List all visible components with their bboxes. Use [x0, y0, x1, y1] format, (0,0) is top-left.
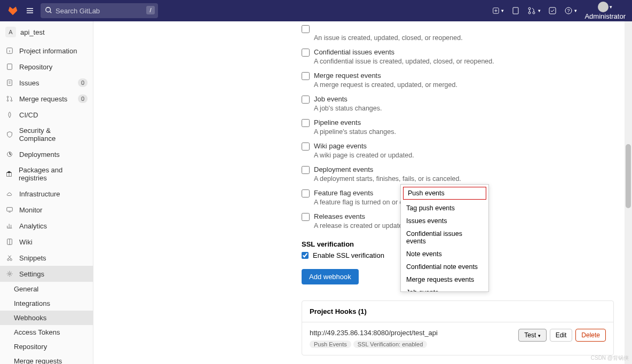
trigger-desc: A wiki page is created or updated.	[314, 152, 614, 159]
trigger-checkbox[interactable]	[302, 72, 310, 80]
svg-rect-17	[7, 208, 13, 211]
count-badge: 0	[78, 78, 88, 87]
sidebar-item-issues[interactable]: Issues0	[0, 75, 93, 91]
trigger-label[interactable]: Confidential issues events	[302, 48, 614, 57]
search-shortcut-key: /	[146, 6, 155, 14]
sidebar-item-repository[interactable]: Repository	[0, 59, 93, 75]
svg-point-4	[528, 12, 531, 14]
sidebar-item-label: Snippets	[19, 254, 46, 262]
sidebar-item-label: Wiki	[19, 238, 33, 246]
sidebar-item-security-compliance[interactable]: Security & Compliance	[0, 123, 93, 146]
ssl-checkbox[interactable]	[302, 252, 309, 259]
wiki-icon	[5, 238, 14, 246]
test-dropdown: Push eventsTag push eventsIssues eventsC…	[400, 184, 489, 292]
dropdown-item[interactable]: Issues events	[401, 215, 488, 227]
trigger-title: Confidential issues events	[314, 48, 394, 56]
hook-actions: Test ▾ Edit Delete	[518, 329, 606, 342]
trigger-checkbox[interactable]	[302, 96, 310, 104]
dropdown-item[interactable]: Confidential note events	[401, 260, 488, 273]
main-content: An issue is created, updated, closed, or…	[93, 21, 625, 364]
search-input[interactable]	[41, 3, 158, 18]
gitlab-logo-icon[interactable]	[6, 4, 19, 17]
sidebar-item-deployments[interactable]: Deployments	[0, 146, 93, 162]
issues-icon[interactable]	[511, 6, 520, 15]
sidebar-item-snippets[interactable]: Snippets	[0, 250, 93, 266]
sidebar-item-settings[interactable]: Settings	[0, 266, 93, 282]
create-dropdown[interactable]: ▾	[492, 7, 504, 15]
sidebar-item-monitor[interactable]: Monitor	[0, 202, 93, 218]
sidebar: A api_test Project informationRepository…	[0, 21, 93, 364]
trigger-label[interactable]: Pipeline events	[302, 118, 614, 127]
settings-sub-repository[interactable]: Repository	[0, 339, 93, 354]
test-button[interactable]: Test ▾	[518, 329, 546, 342]
avatar	[598, 2, 609, 12]
project-header[interactable]: A api_test	[0, 21, 93, 43]
add-webhook-button[interactable]: Add webhook	[302, 269, 359, 284]
delete-button[interactable]: Delete	[575, 329, 606, 342]
trigger-title: Feature flag events	[314, 189, 373, 197]
sidebar-item-wiki[interactable]: Wiki	[0, 234, 93, 250]
trigger-label[interactable]: Job events	[302, 95, 614, 104]
settings-sub-access-tokens[interactable]: Access Tokens	[0, 325, 93, 339]
trigger-row: An issue is created, updated, closed, or…	[302, 25, 614, 42]
dropdown-item[interactable]: Job events	[401, 286, 488, 291]
trigger-checkbox[interactable]	[302, 49, 310, 57]
scroll-thumb[interactable]	[626, 144, 631, 208]
hamburger-icon[interactable]	[23, 4, 36, 17]
trigger-checkbox[interactable]	[302, 143, 310, 151]
hook-tag: Push Events	[310, 341, 351, 348]
trigger-title: Wiki page events	[314, 142, 367, 150]
svg-rect-2	[513, 7, 518, 14]
topbar: / ▾ ▾ ? ▾ ▾ Administrator	[0, 0, 632, 21]
dropdown-item[interactable]: Merge requests events	[401, 273, 488, 286]
trigger-checkbox[interactable]	[302, 166, 310, 174]
sidebar-item-label: Issues	[19, 79, 40, 87]
sidebar-item-analytics[interactable]: Analytics	[0, 218, 93, 234]
sidebar-item-infrastructure[interactable]: Infrastructure	[0, 186, 93, 202]
trigger-title: Merge request events	[314, 72, 381, 80]
trigger-desc: A pipeline's status changes.	[314, 128, 614, 136]
dropdown-item[interactable]: Push events	[403, 187, 486, 200]
deploy-icon	[5, 150, 14, 159]
settings-sub-webhooks[interactable]: Webhooks	[0, 311, 93, 325]
settings-sub-integrations[interactable]: Integrations	[0, 296, 93, 311]
trigger-checkbox[interactable]	[302, 189, 310, 197]
sidebar-item-merge-requests[interactable]: Merge requests0	[0, 91, 93, 107]
sidebar-item-label: Analytics	[19, 222, 47, 230]
settings-sub-general[interactable]: General	[0, 282, 93, 296]
trigger-title: Releases events	[314, 212, 365, 220]
dropdown-item[interactable]: Tag push events	[401, 202, 488, 215]
dropdown-item[interactable]: Confidential issues events	[401, 227, 488, 248]
todos-icon[interactable]	[548, 6, 557, 15]
svg-point-0	[46, 7, 51, 12]
project-avatar: A	[5, 27, 16, 37]
sidebar-item-label: Infrastructure	[19, 190, 60, 198]
trigger-checkbox[interactable]	[302, 213, 310, 221]
merge-requests-icon[interactable]: ▾	[527, 6, 541, 15]
settings-sub-merge-requests[interactable]: Merge requests	[0, 354, 93, 364]
trigger-row: Merge request eventsA merge request is c…	[302, 72, 614, 89]
page-scrollbar[interactable]	[625, 21, 632, 364]
trigger-label[interactable]	[302, 25, 614, 33]
dropdown-item[interactable]: Note events	[401, 248, 488, 260]
trigger-checkbox[interactable]	[302, 25, 310, 33]
sidebar-item-label: Security & Compliance	[19, 126, 88, 143]
ssl-label: Enable SSL verification	[313, 251, 384, 259]
sidebar-item-packages-and-registries[interactable]: Packages and registries	[0, 162, 93, 186]
svg-point-20	[10, 259, 12, 261]
hook-row: http://49.235.86.134:8080/project/test_a…	[302, 322, 613, 355]
trigger-label[interactable]: Wiki page events	[302, 142, 614, 151]
help-icon[interactable]: ? ▾	[564, 6, 578, 15]
trigger-checkbox[interactable]	[302, 119, 310, 127]
hook-info: http://49.235.86.134:8080/project/test_a…	[310, 329, 438, 349]
trigger-desc: An issue is created, updated, closed, or…	[314, 34, 614, 42]
user-menu[interactable]: ▾ Administrator	[584, 2, 626, 20]
hook-url[interactable]: http://49.235.86.134:8080/project/test_a…	[310, 329, 438, 337]
sidebar-item-ci-cd[interactable]: CI/CD	[0, 107, 93, 123]
trigger-label[interactable]: Deployment events	[302, 165, 614, 174]
trigger-row: Pipeline eventsA pipeline's status chang…	[302, 118, 614, 136]
trigger-label[interactable]: Merge request events	[302, 72, 614, 80]
edit-button[interactable]: Edit	[550, 329, 573, 342]
sidebar-item-project-information[interactable]: Project information	[0, 43, 93, 59]
snippets-icon	[5, 254, 14, 262]
